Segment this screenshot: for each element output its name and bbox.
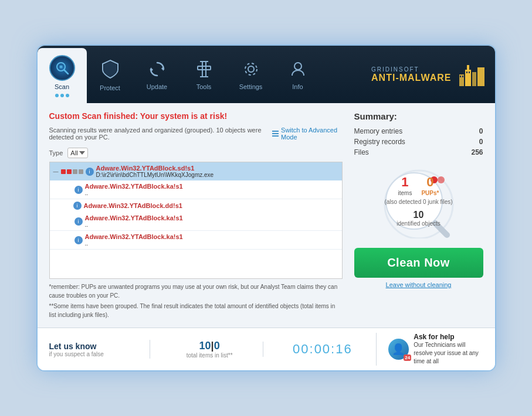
filter-label: Type (49, 149, 63, 156)
brand: GRIDINSOFT ANTI-MALWARE (362, 57, 494, 92)
files-value: 256 (471, 148, 483, 156)
tab-scan[interactable]: Scan (38, 48, 87, 103)
registry-label: Registry records (354, 138, 405, 146)
scan-dots (55, 94, 69, 97)
brand-row: GRIDINSOFT ANTI-MALWARE (371, 63, 485, 86)
svg-marker-5 (151, 67, 153, 72)
bottom-let-us-know: Let us know if you suspect a false (49, 342, 144, 357)
svg-rect-7 (198, 66, 211, 70)
registry-value: 0 (479, 138, 483, 146)
shield-icon (101, 59, 119, 79)
table-row[interactable]: i Adware.Win32.YTAdBlock.dd!s1 (50, 199, 342, 212)
svg-rect-18 (460, 76, 461, 77)
brand-name: GRIDINSOFT (371, 66, 451, 73)
tab-scan-label: Scan (55, 83, 69, 90)
summary-memory-row: Memory entries 0 (354, 127, 483, 135)
svg-marker-4 (161, 66, 164, 71)
info-icon-2[interactable]: i (74, 186, 83, 194)
memory-value: 0 (479, 127, 483, 135)
wrench-icon (195, 60, 213, 78)
svg-rect-19 (462, 76, 463, 77)
scan-subtitle: Scanning results were analyzed and organ… (49, 127, 272, 141)
svg-rect-15 (472, 72, 476, 86)
svg-rect-21 (469, 71, 470, 73)
gauge-items: 1 items (398, 175, 412, 196)
info-icon-4[interactable]: i (74, 217, 83, 226)
right-panel: Summary: Memory entries 0 Registry recor… (354, 111, 483, 319)
main-content: Custom Scan finished: Your system is at … (38, 103, 495, 328)
info-icon-3[interactable]: i (73, 202, 82, 210)
result-content-1: Adware.Win32.YTAdBlock.sd!s1 D:\ir2\ir\i… (96, 165, 214, 178)
svg-rect-16 (477, 67, 484, 86)
tab-settings-label: Settings (239, 83, 263, 90)
dot-gray (73, 169, 77, 174)
summary-files-row: Files 256 (354, 148, 483, 156)
scan-icon-wrap (49, 55, 75, 81)
dot-red2 (67, 169, 72, 174)
gauge-pups: 0 PUPs* (421, 175, 439, 196)
items-count: 1 (398, 175, 412, 190)
threat-path-1: D:\ir2\ir\in\bdChTTLMytUn\WKkqXJogmz.exe (96, 172, 214, 178)
tab-info-label: Info (292, 83, 303, 90)
filter-select[interactable]: All (67, 148, 88, 158)
bottom-count-section: 10|0 total items in list** (150, 340, 257, 359)
table-row[interactable]: i Adware.Win32.YTAdBlock.ka!s1 .. (50, 212, 342, 230)
table-row[interactable]: i Adware.Win32.YTAdBlock.ka!s1 .. (50, 231, 342, 249)
help-badge: 24 (404, 354, 411, 361)
help-icon[interactable]: 👤 24 (388, 339, 409, 360)
let-us-know-sub: if you suspect a false (49, 351, 144, 357)
notes: *remember: PUPs are unwanted programs yo… (49, 282, 343, 319)
leave-without-link[interactable]: Leave without cleaning (354, 281, 483, 288)
svg-point-11 (245, 63, 257, 75)
gauge-items-row: 1 items 0 PUPs* (398, 175, 439, 196)
scan-icon (55, 60, 70, 76)
svg-point-3 (60, 66, 62, 68)
clean-now-button[interactable]: Clean Now (354, 248, 483, 278)
header: Scan Protect (38, 46, 495, 103)
tab-protect[interactable]: Protect (87, 46, 134, 103)
tab-update[interactable]: Update (134, 46, 181, 103)
result-content-4: Adware.Win32.YTAdBlock.ka!s1 .. (85, 214, 183, 228)
count-zero: 0 (214, 340, 220, 352)
info-person-icon (289, 60, 307, 81)
items-total-label: total items in list** (187, 352, 233, 359)
result-content-3: Adware.Win32.YTAdBlock.dd!s1 (84, 202, 182, 209)
tab-settings[interactable]: Settings (228, 46, 275, 103)
let-us-know-label: Let us know (49, 342, 144, 351)
table-row[interactable]: i Adware.Win32.YTAdBlock.ka!s1 .. (50, 180, 342, 199)
dot-red (61, 169, 66, 174)
tab-info[interactable]: Info (275, 46, 321, 103)
threat-name-3: Adware.Win32.YTAdBlock.dd!s1 (84, 202, 182, 209)
switch-mode-label: Switch to Advanced Mode (281, 127, 342, 141)
threat-path-4: .. (85, 221, 183, 228)
scan-title-risk: Your system is at risk! (140, 111, 227, 121)
svg-rect-24 (272, 135, 279, 137)
info-icon-5[interactable]: i (74, 236, 83, 244)
info-icon-1[interactable]: i (86, 168, 94, 176)
pups-label: PUPs* (421, 190, 439, 196)
bottom-help: 👤 24 Ask for help Our Technicians will r… (388, 333, 483, 366)
tab-tools[interactable]: Tools (181, 46, 228, 103)
summary-title: Summary: (354, 111, 483, 121)
count-main: 10 (199, 340, 211, 352)
table-row[interactable]: — i Adware.Win32.YTAdBlock.sd!s1 D:\ir2\… (50, 162, 342, 180)
collapse-icon: — (53, 169, 59, 175)
memory-label: Memory entries (354, 127, 403, 135)
results-list[interactable]: — i Adware.Win32.YTAdBlock.sd!s1 D:\ir2\… (49, 162, 343, 279)
threat-name-2: Adware.Win32.YTAdBlock.ka!s1 (85, 183, 183, 190)
help-person-icon: 👤 (392, 343, 405, 356)
person-icon (289, 60, 307, 78)
note2: **Some items have been grouped. The fina… (49, 302, 343, 319)
result-group-1: — i Adware.Win32.YTAdBlock.sd!s1 D:\ir2\… (50, 162, 342, 199)
gauge-center: 1 items 0 PUPs* (also detected 0 junk fi… (384, 175, 454, 227)
pups-count: 0 (421, 175, 439, 190)
help-text: Our Technicians will resolve your issue … (414, 341, 483, 366)
switch-icon (272, 130, 279, 137)
note1: *remember: PUPs are unwanted programs yo… (49, 282, 343, 300)
nav-tabs: Scan Protect (38, 46, 362, 103)
switch-mode-link[interactable]: Switch to Advanced Mode (272, 127, 343, 141)
bottom-bar: Let us know if you suspect a false 10|0 … (38, 328, 495, 370)
brand-city-icon (456, 63, 486, 86)
brand-product: ANTI-MALWARE (371, 73, 451, 83)
threat-name-1: Adware.Win32.YTAdBlock.sd!s1 (96, 165, 214, 172)
